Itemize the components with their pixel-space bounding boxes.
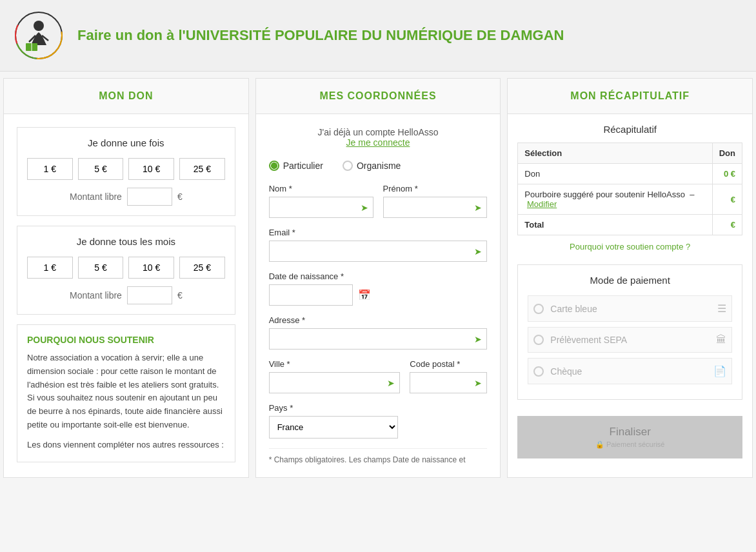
date-input-wrapper: 01/01/1970 📅 (269, 284, 488, 306)
monthly-montant-libre-row: Montant libre € (27, 286, 225, 304)
monthly-amount-1[interactable]: 1 € (27, 257, 73, 279)
donne-une-fois-section: Je donne une fois 1 € 5 € 10 € 25 € Mont… (17, 127, 235, 216)
prenom-arrow-icon: ➤ (474, 202, 482, 213)
monthly-amount-buttons: 1 € 5 € 10 € 25 € (27, 257, 225, 279)
monthly-amount-25[interactable]: 25 € (179, 257, 225, 279)
helloasso-section: J'ai déjà un compte HelloAsso Je me conn… (269, 127, 488, 148)
mon-don-header: MON DON (4, 79, 248, 114)
date-group: Date de naissance * 01/01/1970 📅 (269, 271, 488, 306)
pays-group: Pays * France (269, 403, 488, 439)
once-amount-5[interactable]: 5 € (78, 158, 124, 180)
email-arrow-icon: ➤ (474, 246, 482, 257)
recap-total-row: Total € (518, 215, 742, 235)
pays-label: Pays * (269, 403, 488, 413)
pourquoi-text2: Les dons viennent compléter nos autres r… (27, 439, 225, 452)
recap-don-value: 0 € (712, 164, 742, 184)
paiement-carte-bleue[interactable]: Carte bleue ☰ (528, 295, 732, 322)
once-amount-buttons: 1 € 5 € 10 € 25 € (27, 158, 225, 180)
monthly-montant-libre-input[interactable] (127, 286, 172, 304)
logo-icon (13, 10, 65, 61)
mon-recapitulatif-header: MON RÉCAPITULATIF (508, 79, 752, 114)
page-title: Faire un don à l'UNIVERSITÉ POPULAIRE DU… (77, 27, 564, 44)
monthly-amount-10[interactable]: 10 € (128, 257, 174, 279)
modifier-link[interactable]: Modifier (527, 199, 557, 209)
monthly-amount-5[interactable]: 5 € (78, 257, 124, 279)
once-amount-1[interactable]: 1 € (27, 158, 73, 180)
mes-coordonnees-header: MES COORDONNÉES (256, 79, 501, 114)
ville-label: Ville * (269, 359, 401, 369)
recap-pourboire-cell: Pourboire suggéré pour soutenir HelloAss… (518, 184, 712, 215)
once-amount-25[interactable]: 25 € (179, 158, 225, 180)
organisme-option[interactable]: Organisme (343, 161, 401, 171)
paiement-cheque[interactable]: Chèque 📄 (528, 358, 732, 384)
email-input[interactable] (269, 241, 488, 262)
nom-arrow-icon: ➤ (361, 202, 368, 213)
paiement-sepa[interactable]: Prélèvement SEPA 🏛 (528, 327, 732, 353)
prenom-input[interactable] (383, 197, 488, 218)
prenom-group: Prénom * ➤ (383, 184, 488, 218)
date-label: Date de naissance * (269, 271, 488, 281)
nom-group: Nom * ➤ (269, 184, 373, 218)
ville-codepostal-row: Ville * ➤ Code postal * ➤ (269, 359, 488, 393)
once-montant-libre-input[interactable] (127, 188, 172, 206)
finaliser-button[interactable]: Finaliser 🔒 Paiement sécurisé (517, 416, 742, 458)
monthly-currency: € (177, 290, 183, 301)
mon-don-title: MON DON (15, 90, 237, 102)
recap-total-value: € (712, 215, 742, 235)
adresse-arrow-icon: ➤ (474, 334, 482, 344)
carte-bleue-label: Carte bleue (550, 304, 711, 314)
code-postal-arrow-icon: ➤ (474, 378, 482, 388)
svg-point-4 (34, 21, 44, 31)
mon-recapitulatif-title: MON RÉCAPITULATIF (519, 90, 741, 102)
mandatory-note: * Champs obligatoires. Les champs Date d… (269, 448, 488, 464)
je-me-connecte-link[interactable]: Je me connecte (346, 137, 410, 148)
mes-coordonnees-body: J'ai déjà un compte HelloAsso Je me conn… (256, 114, 501, 477)
main-layout: MON DON Je donne une fois 1 € 5 € 10 € 2… (0, 72, 756, 484)
pourquoi-text1: Notre association a vocation à servir; e… (27, 351, 225, 432)
once-currency: € (177, 192, 183, 202)
recapitulatif-section: Récapitulatif Sélection Don Don 0 € (517, 124, 742, 251)
nom-input[interactable] (269, 197, 373, 218)
paiement-title: Mode de paiement (528, 275, 732, 286)
pourquoi-title: POURQUOI NOUS SOUTENIR (27, 335, 225, 345)
carte-bleue-icon: ☰ (717, 302, 726, 315)
paiement-section: Mode de paiement Carte bleue ☰ Prélèveme… (517, 264, 742, 400)
date-calendar-icon[interactable]: 📅 (358, 289, 371, 301)
donne-tous-les-mois-section: Je donne tous les mois 1 € 5 € 10 € 25 €… (17, 226, 235, 315)
recap-col-selection: Sélection (518, 143, 712, 164)
recap-col-don: Don (712, 143, 742, 164)
adresse-input[interactable] (269, 328, 488, 350)
sepa-icon: 🏛 (716, 334, 726, 346)
recap-don-row: Don 0 € (518, 164, 742, 184)
page-header: Faire un don à l'UNIVERSITÉ POPULAIRE DU… (0, 0, 756, 72)
pays-select[interactable]: France (269, 416, 398, 439)
once-montant-libre-row: Montant libre € (27, 188, 225, 206)
adresse-group: Adresse * ➤ (269, 315, 488, 350)
code-postal-group: Code postal * ➤ (410, 359, 487, 393)
date-input[interactable]: 01/01/1970 (269, 284, 353, 306)
nom-input-wrapper: ➤ (269, 197, 373, 218)
recap-pourboire-label: Pourboire suggéré pour soutenir HelloAss… (524, 190, 685, 199)
carte-bleue-radio-icon (533, 304, 544, 314)
pourquoi-section: POURQUOI NOUS SOUTENIR Notre association… (17, 324, 235, 462)
monthly-montant-libre-label: Montant libre (70, 290, 122, 301)
recapitulatif-heading: Récapitulatif (517, 124, 742, 135)
right-col-body: Récapitulatif Sélection Don Don 0 € (508, 114, 752, 468)
recap-pourboire-value: € (712, 184, 742, 215)
helloasso-text: J'ai déjà un compte HelloAsso (269, 127, 488, 137)
mon-recapitulatif-column: MON RÉCAPITULATIF Récapitulatif Sélectio… (507, 78, 753, 478)
recap-total-label: Total (518, 215, 712, 235)
particulier-option[interactable]: Particulier (269, 161, 323, 171)
adresse-input-wrapper: ➤ (269, 328, 488, 350)
once-montant-libre-label: Montant libre (70, 192, 122, 202)
finaliser-label: Finaliser (610, 426, 651, 438)
cheque-radio-icon (533, 366, 544, 377)
particulier-label: Particulier (283, 161, 323, 171)
ville-input-wrapper: ➤ (269, 372, 401, 393)
once-amount-10[interactable]: 10 € (128, 158, 174, 180)
nom-label: Nom * (269, 184, 373, 193)
pourquoi-soutien-link[interactable]: Pourquoi votre soutien compte ? (517, 242, 742, 251)
type-personne-radio-group: Particulier Organisme (269, 161, 488, 171)
ville-input[interactable] (269, 372, 401, 393)
donne-une-fois-title: Je donne une fois (27, 137, 225, 148)
